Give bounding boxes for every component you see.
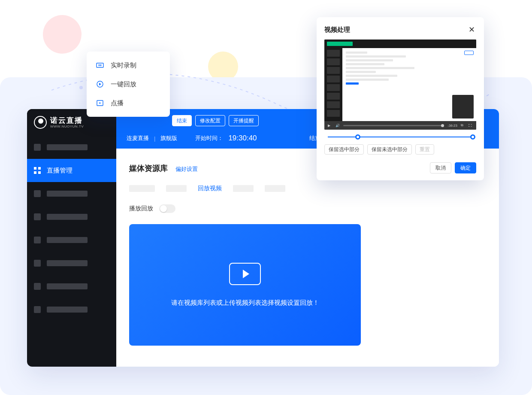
video-processing-modal: 视频处理 ✕ ▶ [317,17,484,180]
keep-unselected-button[interactable]: 保留未选中部分 [367,144,412,155]
popover-item-record[interactable]: 实时录制 [87,56,170,75]
svg-rect-2 [100,64,101,66]
sidebar-item[interactable] [27,182,116,205]
progress-bar[interactable] [343,125,444,126]
start-time-value: 19:30:40 [228,134,257,143]
confirm-button[interactable]: 确定 [455,162,476,173]
keep-selected-button[interactable]: 保留选中部分 [324,144,364,155]
svg-rect-0 [97,63,103,67]
svg-rect-1 [99,64,100,66]
video-time: -36:23 [447,124,457,128]
range-handle-left[interactable] [355,134,360,140]
tab-placeholder[interactable] [265,185,285,192]
sidebar-item-live-management[interactable]: 直播管理 [27,159,116,182]
sidebar-item[interactable] [27,275,116,298]
play-icon [229,263,261,285]
popover-item-vod[interactable]: 点播 [87,94,170,112]
decoration-circle-pink [43,15,82,54]
tabs: 回放视频 [129,185,486,192]
tab-placeholder[interactable] [129,185,155,192]
reset-button[interactable]: 重置 [415,144,434,155]
cancel-button[interactable]: 取消 [430,162,451,173]
stream-type-label: 连麦直播 [127,134,149,142]
sidebar-item[interactable] [27,228,116,252]
tab-placeholder[interactable] [233,185,254,192]
close-icon[interactable]: ✕ [467,25,476,34]
grid-icon [34,167,41,174]
record-icon [96,61,104,69]
broadcast-remind-button[interactable]: 开播提醒 [229,115,259,126]
logo-icon [34,116,47,129]
playback-toggle[interactable] [159,204,175,213]
hero-text: 请在视频库列表或上传视频列表选择视频设置回放！ [171,299,319,307]
fullscreen-icon[interactable]: ⛶ [469,124,473,128]
preference-link[interactable]: 偏好设置 [175,165,198,173]
logo-text-cn: 诺云直播 [50,117,84,124]
tab-replay-video[interactable]: 回放视频 [198,185,222,192]
volume-icon[interactable]: 🔊 [336,124,340,128]
modify-config-button[interactable]: 修改配置 [195,115,225,126]
sidebar-item[interactable] [27,205,116,228]
replay-hero: 请在视频库列表或上传视频列表选择视频设置回放！ [129,224,361,346]
sidebar: 诺云直播 WWW.NUOYUN.TV 直播管理 [27,109,116,367]
popover-label: 实时录制 [111,61,136,70]
sidebar-item[interactable] [27,298,116,321]
section-title: 媒体资源库 [129,163,168,173]
vod-icon [96,99,104,107]
range-handle-right[interactable] [470,134,475,140]
sidebar-item-label: 直播管理 [47,167,73,175]
popover-label: 一键回放 [111,80,136,88]
trim-range[interactable] [324,136,476,138]
replay-icon [96,80,104,88]
divider: | [154,135,155,142]
start-time-label: 开始时间： [195,134,223,142]
sidebar-item[interactable] [27,136,116,159]
popover-item-replay[interactable]: 一键回放 [87,75,170,94]
modal-title: 视频处理 [324,26,350,34]
feature-popover: 实时录制 一键回放 点播 [87,52,170,117]
logo-text-en: WWW.NUOYUN.TV [50,125,84,128]
sidebar-item[interactable] [27,252,116,275]
pip-icon[interactable]: ⧉ [461,123,465,128]
play-icon[interactable]: ▶ [328,124,332,128]
toggle-label: 播放回放 [129,205,153,213]
end-button[interactable]: 结束 [172,115,192,126]
popover-label: 点播 [111,99,124,107]
video-controls[interactable]: ▶ 🔊 -36:23 ⧉ ⛶ [324,121,476,130]
edition-label: 旗舰版 [160,134,177,142]
video-preview[interactable]: ▶ 🔊 -36:23 ⧉ ⛶ [324,40,476,130]
tab-placeholder[interactable] [166,185,187,192]
